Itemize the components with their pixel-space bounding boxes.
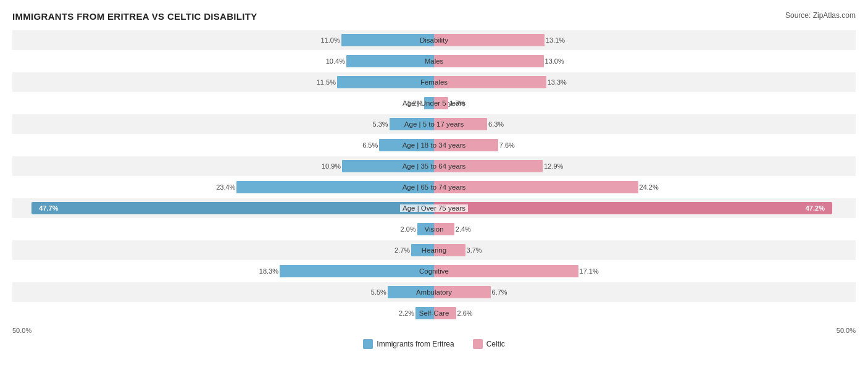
legend-celtic-label: Celtic: [486, 340, 505, 348]
val-left: 5.5%: [371, 288, 386, 296]
bars-wrapper: Age | Under 5 years1.2%1.7%: [12, 94, 856, 112]
axis-left: 50.0%: [12, 327, 31, 334]
bars-wrapper: Age | 5 to 17 years5.3%6.3%: [12, 115, 856, 133]
bars-wrapper: Self-Care2.2%2.6%: [12, 304, 856, 322]
bar-row: Age | Under 5 years1.2%1.7%: [12, 93, 856, 113]
bars-wrapper: Vision2.0%2.4%: [12, 220, 856, 238]
bar-row: Disability11.0%13.1%: [12, 30, 856, 50]
bar-row: Hearing2.7%3.7%: [12, 240, 856, 260]
val-left: 2.7%: [394, 246, 410, 254]
bar-right: [434, 55, 544, 67]
val-right: 6.3%: [488, 120, 504, 128]
val-right: 12.9%: [544, 162, 563, 170]
bar-label: Age | 35 to 64 years: [400, 162, 469, 170]
bar-label: Self-Care: [417, 309, 452, 317]
bar-right-highlight: [434, 202, 832, 214]
legend-blue-box: [363, 339, 373, 349]
chart-container: IMMIGRANTS FROM ERITREA VS CELTIC DISABI…: [0, 0, 868, 355]
val-right: 17.1%: [580, 267, 599, 275]
legend: Immigrants from Eritrea Celtic: [12, 339, 856, 349]
bar-label: Females: [418, 78, 450, 86]
val-left: 5.3%: [373, 120, 388, 128]
chart-source: Source: ZipAtlas.com: [785, 11, 856, 20]
bars-wrapper: Age | 65 to 74 years23.4%24.2%: [12, 178, 856, 196]
bar-row: Age | 65 to 74 years23.4%24.2%: [12, 177, 856, 197]
val-left: 23.4%: [216, 183, 235, 191]
bars-wrapper: Hearing2.7%3.7%: [12, 241, 856, 259]
bar-label: Cognitive: [417, 267, 451, 275]
bars-wrapper: Ambulatory5.5%6.7%: [12, 283, 856, 301]
bar-row: Age | 5 to 17 years5.3%6.3%: [12, 114, 856, 134]
val-right: 13.0%: [545, 57, 564, 65]
chart-title: IMMIGRANTS FROM ERITREA VS CELTIC DISABI…: [12, 11, 257, 22]
bars-wrapper: Age | Over 75 years47.7%47.2%: [12, 199, 856, 217]
val-right: 24.2%: [640, 183, 659, 191]
bar-label: Males: [422, 57, 446, 65]
bars-wrapper: Age | 18 to 34 years6.5%7.6%: [12, 136, 856, 154]
bar-row: Age | Over 75 years47.7%47.2%: [12, 198, 856, 218]
val-right: 3.7%: [467, 246, 482, 254]
axis-right: 50.0%: [837, 327, 856, 334]
val-left-text: 47.7%: [36, 204, 58, 212]
bar-left-highlight: [31, 202, 434, 214]
val-left: 11.5%: [317, 78, 336, 86]
bar-row: Age | 18 to 34 years6.5%7.6%: [12, 135, 856, 155]
bar-row: Males10.4%13.0%: [12, 51, 856, 71]
legend-pink-box: [473, 339, 483, 349]
bars-wrapper: Cognitive18.3%17.1%: [12, 262, 856, 280]
val-right-text: 47.2%: [806, 204, 828, 212]
bars-wrapper: Males10.4%13.0%: [12, 52, 856, 70]
bar-label: Hearing: [419, 246, 449, 254]
val-left: 6.5%: [362, 141, 378, 149]
val-right: 6.7%: [492, 288, 507, 296]
bar-left: [280, 265, 434, 277]
legend-eritrea: Immigrants from Eritrea: [363, 339, 454, 349]
bar-row: Females11.5%13.3%: [12, 72, 856, 92]
bar-label: Age | Under 5 years: [400, 99, 468, 107]
val-right: 2.6%: [457, 309, 473, 317]
bar-left: [346, 55, 434, 67]
bar-label: Age | 18 to 34 years: [400, 141, 469, 149]
val-left: 2.0%: [401, 225, 416, 233]
val-left: 11.0%: [321, 36, 340, 44]
bar-row: Cognitive18.3%17.1%: [12, 261, 856, 281]
bars-wrapper: Age | 35 to 64 years10.9%12.9%: [12, 157, 856, 175]
val-left: 10.9%: [322, 162, 341, 170]
bar-row: Age | 35 to 64 years10.9%12.9%: [12, 156, 856, 176]
bar-label: Age | 5 to 17 years: [402, 120, 466, 128]
bars-wrapper: Females11.5%13.3%: [12, 73, 856, 91]
legend-eritrea-label: Immigrants from Eritrea: [377, 340, 454, 348]
val-right: 2.4%: [456, 225, 471, 233]
val-right: 7.6%: [499, 141, 515, 149]
bars-wrapper: Disability11.0%13.1%: [12, 31, 856, 49]
val-right: 13.3%: [548, 78, 567, 86]
val-left: 10.4%: [326, 57, 345, 65]
val-left: 18.3%: [259, 267, 278, 275]
bar-label: Age | Over 75 years: [400, 204, 468, 212]
chart-area: Disability11.0%13.1%Males10.4%13.0%Femal…: [12, 30, 856, 323]
val-left: 2.2%: [399, 309, 414, 317]
bar-label: Disability: [417, 36, 451, 44]
chart-header: IMMIGRANTS FROM ERITREA VS CELTIC DISABI…: [12, 11, 856, 22]
bar-row: Vision2.0%2.4%: [12, 219, 856, 239]
bar-right: [434, 265, 578, 277]
bar-row: Ambulatory5.5%6.7%: [12, 282, 856, 302]
bar-label: Age | 65 to 74 years: [400, 183, 469, 191]
bar-right: [434, 76, 546, 88]
val-right: 13.1%: [546, 36, 565, 44]
bar-label: Vision: [422, 225, 446, 233]
legend-celtic: Celtic: [473, 339, 505, 349]
axis-row: 50.0% 50.0%: [12, 327, 856, 334]
bar-row: Self-Care2.2%2.6%: [12, 303, 856, 323]
bar-label: Ambulatory: [414, 288, 454, 296]
